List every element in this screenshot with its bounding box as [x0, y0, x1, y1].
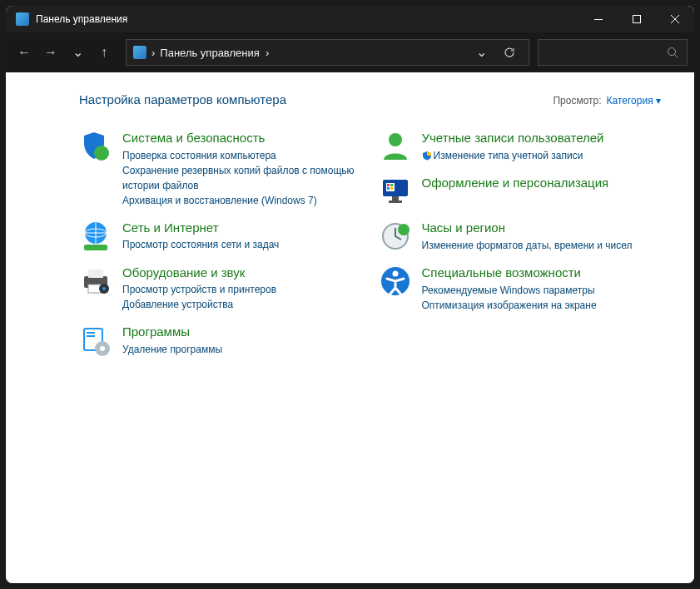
search-icon — [667, 47, 678, 58]
window-title: Панель управления — [36, 13, 579, 25]
category-title[interactable]: Сеть и Интернет — [122, 220, 362, 236]
category-title[interactable]: Специальные возможности — [422, 265, 662, 281]
svg-rect-13 — [87, 332, 95, 334]
category-link[interactable]: Просмотр состояния сети и задач — [122, 237, 362, 252]
titlebar: Панель управления — [6, 6, 694, 32]
svg-point-3 — [94, 146, 109, 161]
category-ease: Специальные возможностиРекомендуемые Win… — [379, 265, 662, 313]
programs-icon — [79, 324, 112, 357]
svg-rect-23 — [390, 187, 393, 190]
minimize-button[interactable] — [579, 6, 618, 32]
content-header: Настройка параметров компьютера Просмотр… — [79, 92, 661, 106]
category-programs: ПрограммыУдаление программы — [79, 324, 362, 357]
category-link[interactable]: Изменение типа учетной записи — [422, 148, 662, 163]
svg-rect-24 — [392, 196, 399, 200]
category-printer: Оборудование и звукПросмотр устройств и … — [79, 265, 362, 313]
clock-icon — [379, 220, 412, 253]
navbar: ← → ⌄ ↑ › Панель управления › ⌄ — [6, 32, 694, 72]
right-column: Учетные записи пользователейИзменение ти… — [379, 130, 662, 369]
close-button[interactable] — [656, 6, 694, 32]
svg-rect-25 — [389, 200, 402, 203]
svg-rect-14 — [87, 335, 95, 337]
page-title: Настройка параметров компьютера — [79, 92, 286, 106]
view-label: Просмотр: — [553, 95, 601, 106]
category-user: Учетные записи пользователейИзменение ти… — [379, 130, 662, 163]
svg-point-27 — [398, 224, 410, 235]
category-link[interactable]: Проверка состояния компьютера — [122, 148, 362, 163]
left-column: Система и безопасностьПроверка состояния… — [79, 130, 362, 369]
category-title[interactable]: Учетные записи пользователей — [422, 130, 662, 146]
category-link[interactable]: Архивация и восстановление (Windows 7) — [122, 193, 362, 208]
category-link[interactable]: Добавление устройства — [122, 297, 362, 312]
window: Панель управления ← → ⌄ ↑ › Панель управ… — [6, 6, 694, 583]
category-title[interactable]: Система и безопасность — [122, 130, 362, 146]
forward-button[interactable]: → — [39, 41, 62, 64]
up-button[interactable]: ↑ — [92, 41, 116, 64]
search-box[interactable] — [538, 39, 688, 66]
svg-point-17 — [389, 133, 402, 146]
svg-point-11 — [102, 287, 106, 290]
category-link[interactable]: Оптимизация изображения на экране — [422, 298, 662, 313]
category-title[interactable]: Часы и регион — [422, 220, 662, 236]
category-personalize: Оформление и персонализация — [379, 175, 662, 208]
globe-icon — [79, 220, 112, 253]
address-dropdown[interactable]: ⌄ — [469, 40, 494, 65]
svg-rect-6 — [84, 245, 107, 250]
view-selector: Просмотр: Категория ▾ — [553, 95, 661, 106]
category-columns: Система и безопасностьПроверка состояния… — [79, 130, 661, 369]
ease-icon — [379, 265, 412, 298]
svg-point-16 — [100, 346, 105, 351]
category-title[interactable]: Оборудование и звук — [122, 265, 362, 281]
svg-rect-0 — [594, 19, 603, 20]
user-icon — [379, 130, 412, 163]
svg-rect-8 — [88, 270, 103, 278]
recent-dropdown[interactable]: ⌄ — [66, 41, 89, 64]
category-title[interactable]: Программы — [122, 324, 362, 340]
shield-icon — [79, 130, 112, 163]
view-dropdown[interactable]: Категория ▾ — [607, 95, 661, 106]
address-icon — [133, 46, 146, 59]
maximize-button[interactable] — [618, 6, 656, 32]
svg-point-29 — [392, 271, 398, 277]
address-sep: › — [151, 47, 155, 59]
category-link[interactable]: Удаление программы — [122, 342, 362, 357]
svg-point-2 — [668, 48, 676, 56]
svg-rect-1 — [633, 16, 641, 23]
personalize-icon — [379, 175, 412, 208]
back-button[interactable]: ← — [12, 41, 36, 64]
category-link[interactable]: Изменение форматов даты, времени и чисел — [422, 238, 662, 253]
window-controls — [579, 6, 694, 32]
content-area: Настройка параметров компьютера Просмотр… — [6, 72, 694, 583]
svg-rect-21 — [390, 184, 393, 186]
category-title[interactable]: Оформление и персонализация — [422, 175, 662, 191]
category-link[interactable]: Просмотр устройств и принтеров — [122, 282, 362, 297]
address-bar[interactable]: › Панель управления › ⌄ — [126, 39, 529, 66]
nav-arrows: ← → ⌄ ↑ — [12, 41, 116, 64]
svg-rect-20 — [387, 184, 390, 186]
refresh-button[interactable] — [497, 40, 522, 65]
printer-icon — [79, 265, 112, 298]
category-link[interactable]: Сохранение резервных копий файлов с помо… — [122, 163, 362, 193]
control-panel-icon — [16, 12, 29, 26]
category-globe: Сеть и ИнтернетПросмотр состояния сети и… — [79, 220, 362, 253]
category-link[interactable]: Рекомендуемые Windows параметры — [422, 283, 662, 298]
address-path: Панель управления › — [160, 47, 464, 59]
category-clock: Часы и регионИзменение форматов даты, вр… — [379, 220, 662, 253]
svg-rect-22 — [387, 187, 390, 190]
category-shield: Система и безопасностьПроверка состояния… — [79, 130, 362, 208]
